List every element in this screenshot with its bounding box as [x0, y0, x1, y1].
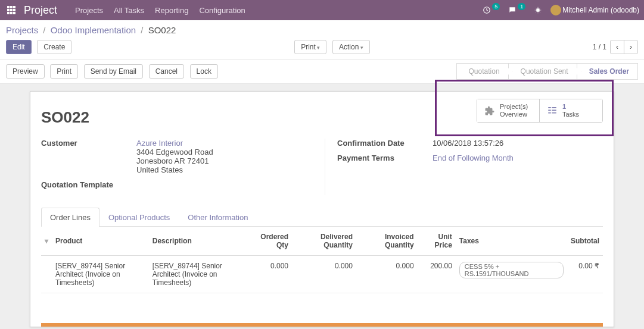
debug-icon[interactable]: [534, 6, 542, 14]
order-lines-table: ▾ Product Description Ordered Qty Delive…: [41, 227, 603, 293]
sort-handle-header: ▾: [45, 237, 48, 245]
svg-rect-14: [552, 110, 556, 111]
cell-price: 200.00: [418, 256, 456, 293]
stat-buttons: Project(s) Overview 1 Tasks: [477, 99, 603, 123]
print-button[interactable]: Print: [50, 64, 78, 79]
cell-ordered: 0.000: [246, 256, 293, 293]
preview-button[interactable]: Preview: [6, 64, 45, 79]
activity-count: 5: [492, 3, 500, 10]
svg-rect-3: [7, 9, 10, 11]
print-dropdown[interactable]: Print: [294, 40, 326, 54]
quotation-template-value: [136, 180, 307, 189]
cell-invoiced: 0.000: [356, 256, 418, 293]
apps-icon[interactable]: [5, 4, 18, 17]
create-button[interactable]: Create: [37, 40, 71, 54]
activity-icon[interactable]: 5: [483, 6, 500, 14]
customer-link[interactable]: Azure Interior: [136, 139, 183, 148]
action-dropdown[interactable]: Action: [332, 40, 370, 54]
avatar: [550, 5, 561, 15]
pager-prev[interactable]: ‹: [610, 40, 624, 54]
svg-rect-0: [7, 6, 10, 8]
menu-all-tasks[interactable]: All Tasks: [114, 6, 144, 15]
tax-tag: CESS 5% + RS.1591/THOUSAND: [459, 262, 564, 278]
control-panel: Projects / Odoo Implementation / SO022 E…: [0, 20, 644, 59]
menu-configuration[interactable]: Configuration: [199, 6, 245, 15]
svg-rect-12: [552, 107, 556, 108]
menu-projects[interactable]: Projects: [75, 6, 103, 15]
svg-rect-4: [10, 9, 13, 11]
messages-count: 1: [518, 3, 525, 10]
th-description: Description: [149, 227, 246, 256]
status-quotation-sent[interactable]: Quotation Sent: [509, 63, 577, 80]
cell-taxes: CESS 5% + RS.1591/THOUSAND: [456, 256, 567, 293]
svg-point-10: [536, 8, 540, 12]
form-background: Project(s) Overview 1 Tasks SO022 Custom…: [0, 84, 644, 329]
messages-icon[interactable]: 1: [508, 6, 525, 14]
confirmation-date-value: 10/06/2018 13:57:26: [433, 139, 603, 148]
lock-button[interactable]: Lock: [190, 64, 218, 79]
send-by-email-button[interactable]: Send by Email: [84, 64, 143, 79]
th-product: Product: [52, 227, 149, 256]
brand-title: Project: [24, 4, 57, 17]
address-line2: Jonesboro AR 72401: [136, 156, 209, 165]
stat-overview-line2: Overview: [500, 111, 527, 118]
pager-value: 1 / 1: [593, 43, 606, 51]
cell-description: [SERV_89744] Senior Architect (Invoice o…: [149, 256, 246, 293]
svg-rect-2: [13, 6, 15, 8]
th-unit-price: Unit Price: [418, 227, 456, 256]
bottom-accent-bar: [41, 323, 603, 327]
pager: 1 / 1 ‹ ›: [593, 40, 638, 54]
breadcrumb: Projects / Odoo Implementation / SO022: [6, 25, 638, 35]
svg-rect-15: [548, 112, 551, 114]
pager-next[interactable]: ›: [624, 40, 638, 54]
action-bar: Preview Print Send by Email Cancel Lock …: [0, 59, 644, 84]
stat-tasks-count: 1: [562, 103, 579, 111]
statusbar: Quotation Quotation Sent Sales Order: [456, 63, 638, 80]
main-menu: Projects All Tasks Reporting Configurati…: [75, 6, 245, 15]
svg-rect-8: [13, 12, 15, 14]
systray: 5 1 Mitchell Admin (odoodb): [483, 5, 639, 15]
user-menu[interactable]: Mitchell Admin (odoodb): [550, 5, 639, 15]
payment-terms-value[interactable]: End of Following Month: [433, 153, 514, 162]
th-delivered: Delivered Quantity: [292, 227, 356, 256]
svg-rect-1: [10, 6, 13, 8]
tabs: Order Lines Optional Products Other Info…: [41, 207, 603, 227]
breadcrumb-projects[interactable]: Projects: [6, 25, 38, 35]
svg-rect-6: [7, 12, 10, 14]
svg-rect-5: [13, 9, 15, 11]
cell-delivered: 0.000: [292, 256, 356, 293]
top-navbar: Project Projects All Tasks Reporting Con…: [0, 0, 644, 20]
stat-overview-line1: Project(s): [500, 103, 528, 110]
tasks-icon: [547, 105, 558, 116]
stat-tasks-label: Tasks: [562, 111, 579, 118]
customer-label: Customer: [41, 139, 136, 174]
th-taxes: Taxes: [456, 227, 567, 256]
breadcrumb-current: SO022: [148, 25, 176, 35]
th-subtotal: Subtotal: [567, 227, 603, 256]
confirmation-date-label: Confirmation Date: [337, 139, 433, 148]
th-ordered: Ordered Qty: [246, 227, 293, 256]
stat-tasks[interactable]: 1 Tasks: [540, 99, 602, 122]
address-country: United States: [136, 165, 183, 174]
cell-product: [SERV_89744] Senior Architect (Invoice o…: [52, 256, 149, 293]
status-sales-order[interactable]: Sales Order: [577, 63, 638, 80]
cancel-button[interactable]: Cancel: [149, 64, 184, 79]
svg-rect-13: [548, 110, 551, 111]
th-invoiced: Invoiced Quantity: [356, 227, 418, 256]
svg-rect-16: [552, 112, 556, 114]
address-line1: 3404 Edgewood Road: [136, 148, 213, 156]
status-quotation[interactable]: Quotation: [456, 63, 509, 80]
user-label: Mitchell Admin (odoodb): [562, 6, 639, 14]
svg-rect-7: [10, 12, 13, 14]
menu-reporting[interactable]: Reporting: [155, 6, 188, 15]
stat-projects-overview[interactable]: Project(s) Overview: [477, 99, 540, 122]
table-row[interactable]: [SERV_89744] Senior Architect (Invoice o…: [41, 256, 603, 293]
tab-other-information[interactable]: Other Information: [179, 208, 257, 227]
tab-optional-products[interactable]: Optional Products: [99, 208, 179, 227]
svg-rect-11: [548, 107, 551, 108]
tab-order-lines[interactable]: Order Lines: [41, 208, 99, 227]
breadcrumb-odoo-impl[interactable]: Odoo Implementation: [51, 25, 136, 35]
edit-button[interactable]: Edit: [6, 40, 32, 54]
payment-terms-label: Payment Terms: [337, 153, 433, 162]
quotation-template-label: Quotation Template: [41, 180, 136, 189]
